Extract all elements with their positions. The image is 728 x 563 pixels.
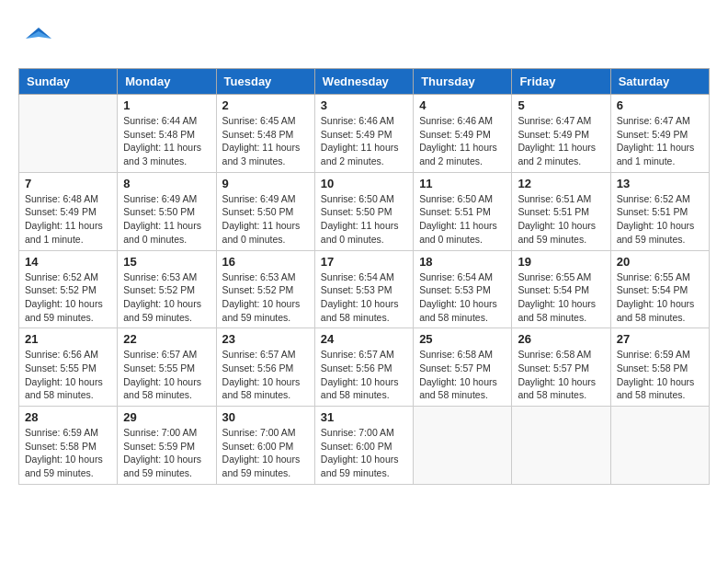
calendar-day: 17Sunrise: 6:54 AMSunset: 5:53 PMDayligh… xyxy=(314,250,413,328)
calendar-day: 26Sunrise: 6:58 AMSunset: 5:57 PMDayligh… xyxy=(512,328,610,407)
day-number: 1 xyxy=(123,98,210,112)
day-info: Sunrise: 7:00 AMSunset: 6:00 PMDaylight:… xyxy=(222,426,309,480)
day-info: Sunrise: 6:55 AMSunset: 5:54 PMDaylight:… xyxy=(518,270,604,325)
calendar-day xyxy=(19,95,118,173)
calendar-week-1: 1Sunrise: 6:44 AMSunset: 5:48 PMDaylight… xyxy=(19,95,710,173)
day-number: 17 xyxy=(321,255,407,269)
sunset-text: Sunset: 5:55 PM xyxy=(123,362,195,373)
day-info: Sunrise: 6:58 AMSunset: 5:57 PMDaylight:… xyxy=(518,348,604,402)
sunrise-text: Sunrise: 6:50 AM xyxy=(419,193,493,204)
sunset-text: Sunset: 6:00 PM xyxy=(321,441,392,452)
daylight-text: Daylight: 10 hours and 58 minutes. xyxy=(419,298,497,323)
sunset-text: Sunset: 5:50 PM xyxy=(321,206,392,217)
calendar-day: 30Sunrise: 7:00 AMSunset: 6:00 PMDayligh… xyxy=(216,407,314,485)
day-info: Sunrise: 6:54 AMSunset: 5:53 PMDaylight:… xyxy=(321,270,407,325)
weekday-header-wednesday: Wednesday xyxy=(314,69,413,95)
day-info: Sunrise: 7:00 AMSunset: 5:59 PMDaylight:… xyxy=(123,426,210,480)
sunset-text: Sunset: 5:56 PM xyxy=(321,362,392,373)
day-info: Sunrise: 7:00 AMSunset: 6:00 PMDaylight:… xyxy=(321,426,407,480)
sunrise-text: Sunrise: 6:46 AM xyxy=(321,115,394,126)
sunset-text: Sunset: 5:57 PM xyxy=(419,362,491,373)
sunset-text: Sunset: 5:52 PM xyxy=(222,284,294,295)
day-number: 13 xyxy=(617,177,703,190)
day-info: Sunrise: 6:47 AMSunset: 5:49 PMDaylight:… xyxy=(518,114,604,168)
daylight-text: Daylight: 10 hours and 59 minutes. xyxy=(617,220,695,245)
sunset-text: Sunset: 5:53 PM xyxy=(419,284,491,295)
calendar-day: 13Sunrise: 6:52 AMSunset: 5:51 PMDayligh… xyxy=(610,172,709,250)
sunset-text: Sunset: 5:49 PM xyxy=(321,129,392,140)
weekday-header-monday: Monday xyxy=(118,69,216,95)
daylight-text: Daylight: 11 hours and 1 minute. xyxy=(25,220,103,245)
daylight-text: Daylight: 11 hours and 3 minutes. xyxy=(222,142,301,167)
calendar-day: 9Sunrise: 6:49 AMSunset: 5:50 PMDaylight… xyxy=(216,172,314,250)
day-info: Sunrise: 6:44 AMSunset: 5:48 PMDaylight:… xyxy=(123,114,210,168)
logo-icon xyxy=(18,18,59,59)
weekday-header-tuesday: Tuesday xyxy=(216,69,314,95)
sunrise-text: Sunrise: 6:52 AM xyxy=(25,271,98,282)
calendar-day: 5Sunrise: 6:47 AMSunset: 5:49 PMDaylight… xyxy=(512,95,610,173)
day-number: 30 xyxy=(222,410,309,424)
sunset-text: Sunset: 5:54 PM xyxy=(518,284,589,295)
day-info: Sunrise: 6:53 AMSunset: 5:52 PMDaylight:… xyxy=(123,270,210,325)
calendar-day: 3Sunrise: 6:46 AMSunset: 5:49 PMDaylight… xyxy=(314,95,413,173)
day-number: 26 xyxy=(518,332,604,346)
sunrise-text: Sunrise: 6:54 AM xyxy=(321,271,394,282)
day-info: Sunrise: 6:46 AMSunset: 5:49 PMDaylight:… xyxy=(419,114,506,168)
sunset-text: Sunset: 5:58 PM xyxy=(617,362,688,373)
sunrise-text: Sunrise: 6:58 AM xyxy=(518,349,591,360)
daylight-text: Daylight: 10 hours and 58 minutes. xyxy=(518,298,596,323)
sunset-text: Sunset: 5:54 PM xyxy=(617,284,688,295)
sunset-text: Sunset: 5:49 PM xyxy=(518,129,589,140)
sunrise-text: Sunrise: 6:53 AM xyxy=(222,271,296,282)
sunrise-text: Sunrise: 6:59 AM xyxy=(617,349,690,360)
calendar-day: 18Sunrise: 6:54 AMSunset: 5:53 PMDayligh… xyxy=(414,250,512,328)
day-info: Sunrise: 6:52 AMSunset: 5:52 PMDaylight:… xyxy=(25,270,111,325)
calendar-day xyxy=(512,407,610,485)
sunrise-text: Sunrise: 6:58 AM xyxy=(419,349,493,360)
day-number: 14 xyxy=(25,255,111,269)
day-number: 25 xyxy=(419,332,506,346)
day-info: Sunrise: 6:59 AMSunset: 5:58 PMDaylight:… xyxy=(25,426,111,480)
sunrise-text: Sunrise: 6:54 AM xyxy=(419,271,493,282)
sunrise-text: Sunrise: 6:46 AM xyxy=(419,115,493,126)
sunset-text: Sunset: 5:50 PM xyxy=(123,206,195,217)
sunrise-text: Sunrise: 6:47 AM xyxy=(617,115,690,126)
svg-marker-1 xyxy=(26,31,51,39)
day-number: 22 xyxy=(123,332,210,346)
calendar-day: 14Sunrise: 6:52 AMSunset: 5:52 PMDayligh… xyxy=(19,250,118,328)
sunset-text: Sunset: 5:48 PM xyxy=(222,129,294,140)
sunrise-text: Sunrise: 6:57 AM xyxy=(222,349,296,360)
calendar-day: 25Sunrise: 6:58 AMSunset: 5:57 PMDayligh… xyxy=(414,328,512,407)
sunrise-text: Sunrise: 6:57 AM xyxy=(321,349,394,360)
day-info: Sunrise: 6:49 AMSunset: 5:50 PMDaylight:… xyxy=(222,192,309,247)
sunrise-text: Sunrise: 6:50 AM xyxy=(321,193,394,204)
calendar-day: 28Sunrise: 6:59 AMSunset: 5:58 PMDayligh… xyxy=(19,407,118,485)
sunset-text: Sunset: 5:55 PM xyxy=(25,362,97,373)
day-number: 11 xyxy=(419,177,506,190)
daylight-text: Daylight: 10 hours and 58 minutes. xyxy=(321,298,399,323)
sunset-text: Sunset: 5:49 PM xyxy=(419,129,491,140)
day-info: Sunrise: 6:50 AMSunset: 5:50 PMDaylight:… xyxy=(321,192,407,247)
calendar-day: 22Sunrise: 6:57 AMSunset: 5:55 PMDayligh… xyxy=(118,328,216,407)
daylight-text: Daylight: 11 hours and 2 minutes. xyxy=(419,142,497,167)
day-info: Sunrise: 6:48 AMSunset: 5:49 PMDaylight:… xyxy=(25,192,111,247)
sunset-text: Sunset: 6:00 PM xyxy=(222,441,294,452)
day-number: 24 xyxy=(321,332,407,346)
calendar-table: SundayMondayTuesdayWednesdayThursdayFrid… xyxy=(18,68,710,485)
sunrise-text: Sunrise: 6:49 AM xyxy=(123,193,197,204)
sunset-text: Sunset: 5:51 PM xyxy=(419,206,491,217)
weekday-header-thursday: Thursday xyxy=(414,69,512,95)
daylight-text: Daylight: 11 hours and 0 minutes. xyxy=(321,220,399,245)
calendar-week-5: 28Sunrise: 6:59 AMSunset: 5:58 PMDayligh… xyxy=(19,407,710,485)
daylight-text: Daylight: 10 hours and 58 minutes. xyxy=(617,298,695,323)
sunset-text: Sunset: 5:50 PM xyxy=(222,206,294,217)
day-number: 2 xyxy=(222,98,309,112)
day-number: 31 xyxy=(321,410,407,424)
day-info: Sunrise: 6:46 AMSunset: 5:49 PMDaylight:… xyxy=(321,114,407,168)
sunrise-text: Sunrise: 6:53 AM xyxy=(123,271,197,282)
day-info: Sunrise: 6:51 AMSunset: 5:51 PMDaylight:… xyxy=(518,192,604,247)
weekday-header-friday: Friday xyxy=(512,69,610,95)
day-number: 19 xyxy=(518,255,604,269)
day-number: 9 xyxy=(222,177,309,190)
calendar-day: 24Sunrise: 6:57 AMSunset: 5:56 PMDayligh… xyxy=(314,328,413,407)
